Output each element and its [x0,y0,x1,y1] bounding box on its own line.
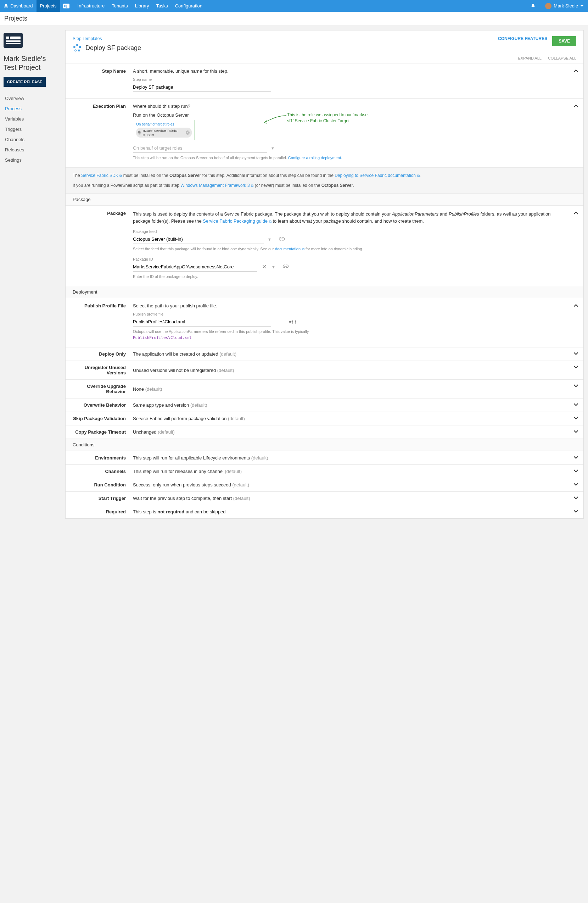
nav-tenants[interactable]: Tenants [108,0,132,12]
collapse-toggle[interactable] [574,68,579,74]
sidebar-item-process[interactable]: Process [3,104,57,114]
row-label: Override Upgrade Behavior [73,384,133,394]
nav-projects[interactable]: Projects [36,0,60,12]
sidebar-item-triggers[interactable]: Triggers [3,124,57,134]
nav-search[interactable] [60,0,74,12]
dropdown-arrow-icon[interactable]: ▼ [271,146,275,150]
sidebar-nav: Overview Process Variables Triggers Chan… [3,93,57,165]
breadcrumb[interactable]: Step Templates [73,36,141,41]
nav-label: Projects [40,3,57,8]
svg-point-0 [5,4,8,6]
group-header-conditions: Conditions [66,439,583,451]
remove-chip-button[interactable]: ✕ [186,131,190,135]
external-link-icon: ⧉ [301,247,305,251]
sidebar-item-channels[interactable]: Channels [3,134,57,145]
sidebar-item-settings[interactable]: Settings [3,155,57,165]
service-fabric-icon [73,43,82,52]
nav-library[interactable]: Library [132,0,153,12]
avatar [545,3,552,9]
collapse-toggle[interactable] [574,104,579,110]
nav-configuration[interactable]: Configuration [171,0,206,12]
nav-label: Dashboard [10,3,33,8]
row-label: Required [73,509,133,514]
nav-label: Tasks [156,3,168,8]
group-header-package: Package [66,193,583,206]
role-chip[interactable]: azure-service-fabric-cluster ✕ [136,127,192,138]
publish-helper: Octopus will use the ApplicationParamete… [133,329,566,341]
sf-packaging-link[interactable]: Service Fabric Packaging guide ⧉ [203,219,272,224]
publish-profile-input[interactable] [133,317,271,327]
target-roles-input[interactable] [133,143,267,153]
page-title: Projects [4,15,27,22]
expand-all-button[interactable]: EXPAND ALL [518,56,541,60]
row-label: Deploy Only [73,351,133,357]
sidebar-item-releases[interactable]: Releases [3,145,57,155]
row-label: Overwrite Behavior [73,403,133,408]
sidebar-item-overview[interactable]: Overview [3,93,57,104]
sidebar-item-variables[interactable]: Variables [3,114,57,124]
row-label: Copy Package Timeout [73,429,133,435]
search-box-icon [63,3,69,8]
configure-features-button[interactable]: CONFIGURE FEATURES [498,36,547,41]
row-label: Environments [73,455,133,461]
svg-point-10 [80,47,80,47]
exec-plan-run-text: Run on the Octopus Server [133,112,566,118]
user-menu[interactable]: Mark Siedle [541,3,588,9]
row-label: Channels [73,469,133,474]
info-box: The Service Fabric SDK ⧉ must be install… [66,167,583,194]
wmf-link[interactable]: Windows Management Framework 3 ⧉ [181,183,253,188]
external-link-icon: ⧉ [268,219,272,223]
step-name-label: Step Name [73,68,133,92]
feed-field-label: Package feed [133,230,566,234]
sf-docs-link[interactable]: Deploying to Service Fabric documentatio… [335,173,420,178]
step-editor-card: Step Templates Deploy SF package CONFIGU… [65,30,584,519]
expand-toggle[interactable] [574,365,579,370]
package-desc: This step is used to deploy the contents… [133,211,566,224]
nav-tasks[interactable]: Tasks [153,0,171,12]
expand-toggle[interactable] [574,482,579,488]
chevron-down-icon [580,4,584,8]
package-id-input[interactable] [133,262,257,272]
dropdown-arrow-icon[interactable]: ▼ [267,237,272,241]
expand-toggle[interactable] [574,509,579,515]
sf-sdk-link[interactable]: Service Fabric SDK ⧉ [81,173,122,178]
nav-dashboard[interactable]: Dashboard [0,0,36,12]
publish-hint: Select the path to your publish profile … [133,303,566,308]
collapse-toggle[interactable] [574,211,579,217]
save-button[interactable]: SAVE [552,36,576,46]
create-release-button[interactable]: CREATE RELEASE [3,77,46,87]
nav-infrastructure[interactable]: Infrastructure [74,0,108,12]
publish-field-label: Publish profile file [133,312,566,316]
feed-docs-link[interactable]: documentation ⧉ [275,247,305,251]
step-name-hint: A short, memorable, unique name for this… [133,68,566,74]
expand-toggle[interactable] [574,429,579,435]
package-label: Package [73,211,133,279]
feed-input[interactable] [133,235,264,244]
step-title: Deploy SF package [85,44,141,52]
dropdown-arrow-icon[interactable]: ▼ [272,265,275,269]
expand-toggle[interactable] [574,415,579,422]
role-chip-label: azure-service-fabric-cluster [143,128,185,137]
tag-icon [138,131,141,135]
svg-point-12 [75,50,76,51]
svg-point-13 [74,47,75,47]
expand-toggle[interactable] [574,468,579,474]
feed-helper: Select the feed that this package will b… [133,246,566,252]
expand-toggle[interactable] [574,351,579,357]
user-name: Mark Siedle [553,3,578,8]
collapse-toggle[interactable] [574,303,579,309]
expand-toggle[interactable] [574,455,579,461]
expand-toggle[interactable] [574,402,579,408]
group-header-deployment: Deployment [66,286,583,298]
step-name-input[interactable] [133,83,271,92]
expand-toggle[interactable] [574,495,579,501]
expand-toggle[interactable] [574,383,579,389]
clear-button[interactable]: ✕ [261,263,268,270]
rolling-deploy-link[interactable]: Configure a rolling deployment. [288,156,342,160]
bind-variable-button[interactable] [283,264,289,269]
notifications-button[interactable] [527,0,541,12]
bind-variable-button[interactable] [278,237,285,242]
variable-token-button[interactable]: #{} [289,319,297,324]
collapse-all-button[interactable]: COLLAPSE ALL [548,56,576,60]
nav-label: Tenants [112,3,128,8]
